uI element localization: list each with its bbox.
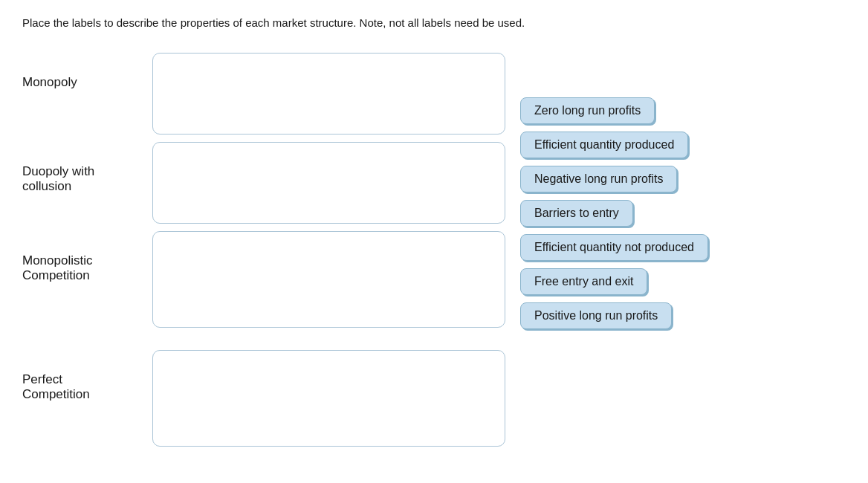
- market-label-monopoly: Monopoly: [22, 53, 145, 90]
- drop-zone-duopoly[interactable]: [152, 142, 505, 224]
- drop-zone-monopoly[interactable]: [152, 53, 505, 134]
- market-label-monopolistic: Monopolistic Competition: [22, 231, 145, 283]
- left-panel: Monopoly Duopoly with collusion Monopoli…: [22, 53, 505, 454]
- chip-negative-long-run-profits[interactable]: Negative long run profits: [520, 166, 677, 192]
- market-row-monopoly: Monopoly: [22, 53, 505, 134]
- chip-barriers-to-entry[interactable]: Barriers to entry: [520, 200, 633, 227]
- market-row-duopoly: Duopoly with collusion: [22, 142, 505, 224]
- market-label-duopoly: Duopoly with collusion: [22, 142, 145, 194]
- chip-positive-long-run-profits[interactable]: Positive long run profits: [520, 302, 672, 329]
- market-label-perfect: Perfect Competition: [22, 350, 145, 402]
- chip-efficient-quantity-produced[interactable]: Efficient quantity produced: [520, 132, 688, 158]
- instructions-text: Place the labels to describe the propert…: [22, 15, 846, 30]
- market-row-perfect: Perfect Competition: [22, 350, 505, 447]
- drop-zone-perfect[interactable]: [152, 350, 505, 447]
- chip-free-entry-and-exit[interactable]: Free entry and exit: [520, 268, 647, 295]
- drop-zone-monopolistic[interactable]: [152, 231, 505, 328]
- market-row-monopolistic: Monopolistic Competition: [22, 231, 505, 328]
- labels-panel: Zero long run profits Efficient quantity…: [520, 53, 846, 454]
- chip-efficient-quantity-not-produced[interactable]: Efficient quantity not produced: [520, 234, 708, 261]
- chip-zero-long-run-profits[interactable]: Zero long run profits: [520, 97, 655, 124]
- main-layout: Monopoly Duopoly with collusion Monopoli…: [22, 53, 846, 454]
